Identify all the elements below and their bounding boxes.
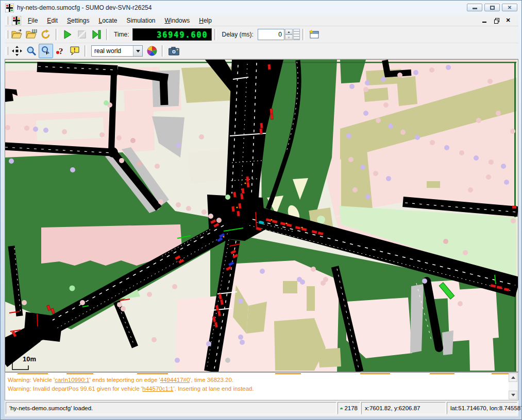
menu-settings[interactable]: Settings bbox=[62, 16, 94, 25]
step-button[interactable] bbox=[89, 27, 104, 42]
locate-button[interactable] bbox=[39, 44, 53, 58]
delay-spinner: 0 ▲ ▼ bbox=[258, 29, 300, 40]
mdi-minimize-button[interactable] bbox=[479, 16, 490, 25]
mdi-restore-icon bbox=[494, 18, 499, 23]
menu-windows[interactable]: Windows bbox=[160, 16, 195, 25]
cursor-latlon: lat:51.714670, lon:8.745587 bbox=[447, 402, 517, 414]
play-icon bbox=[63, 30, 72, 39]
magnifier-icon bbox=[26, 46, 37, 56]
toolbar-separator bbox=[214, 29, 216, 40]
open-network-button[interactable] bbox=[24, 27, 39, 42]
menu-help[interactable]: Help bbox=[194, 16, 216, 25]
toolbar-grip[interactable] bbox=[6, 47, 8, 55]
recenter-view-button[interactable] bbox=[10, 44, 24, 58]
mdi-restore-button[interactable] bbox=[491, 16, 501, 25]
close-icon: ✕ bbox=[508, 5, 512, 10]
edit-coloring-button[interactable] bbox=[145, 44, 159, 58]
open-folder-icon bbox=[11, 29, 23, 40]
mdi-minimize-icon bbox=[482, 22, 486, 23]
sumo-app-icon bbox=[5, 4, 14, 12]
open-config-button[interactable] bbox=[10, 27, 24, 42]
simulation-canvas[interactable]: 10m bbox=[5, 60, 518, 372]
stop-button[interactable] bbox=[75, 27, 89, 42]
clipped-message-line bbox=[7, 373, 517, 375]
vehicle-link[interactable]: h44570c1:1 bbox=[142, 386, 173, 392]
time-display: 36949.600 bbox=[132, 28, 212, 41]
toolbar-separator bbox=[106, 29, 108, 40]
menubar: File Edit Settings Locate Simulation Win… bbox=[5, 15, 518, 26]
minimize-button[interactable] bbox=[467, 4, 482, 11]
scroll-up-button[interactable] bbox=[509, 373, 517, 382]
toolbar-grip[interactable] bbox=[6, 30, 8, 39]
arrow-up-icon bbox=[511, 376, 515, 379]
maximize-icon bbox=[490, 6, 495, 10]
step-icon bbox=[92, 30, 101, 39]
simulation-view[interactable]: 10m bbox=[5, 59, 518, 372]
statusbar: 'hy-nets-demo.sumocfg' loaded. 2178 x:76… bbox=[5, 400, 518, 416]
zoom-button[interactable] bbox=[24, 44, 39, 58]
new-view-icon bbox=[309, 30, 319, 39]
sumo-child-icon bbox=[12, 16, 21, 25]
svg-text:?: ? bbox=[59, 46, 63, 56]
view-toolbar: ? ! real world bbox=[5, 43, 518, 59]
menu-locate[interactable]: Locate bbox=[94, 16, 122, 25]
mdi-close-icon: ✕ bbox=[506, 18, 510, 23]
cursor-xy: x:7601.82, y:6206.87 bbox=[361, 402, 446, 414]
message-log: Warning: Vehicle 'carIn10990:1' ends tel… bbox=[5, 372, 518, 400]
message-window-button[interactable]: ! bbox=[68, 44, 82, 58]
stop-icon-disabled bbox=[77, 30, 87, 39]
toolbar-grip[interactable] bbox=[6, 16, 8, 25]
vehicle-count: 2178 bbox=[344, 405, 358, 411]
menu-simulation[interactable]: Simulation bbox=[122, 16, 160, 25]
toolbar-separator bbox=[302, 29, 305, 40]
message-scrollbar[interactable] bbox=[509, 373, 517, 399]
warning-line: Warning: Vehicle 'carIn10990:1' ends tel… bbox=[8, 377, 233, 383]
new-view-button[interactable] bbox=[307, 27, 322, 42]
menu-file[interactable]: File bbox=[23, 16, 42, 25]
delay-down-button[interactable]: ▼ bbox=[285, 34, 293, 40]
chevron-down-icon bbox=[136, 50, 140, 52]
delay-label: Delay (ms): bbox=[222, 31, 254, 38]
maximize-button[interactable] bbox=[484, 4, 500, 11]
combo-dropdown-button[interactable] bbox=[133, 46, 142, 56]
locate-magnifier-cursor-icon bbox=[41, 46, 51, 56]
close-button[interactable]: ✕ bbox=[502, 4, 517, 11]
delay-up-button[interactable]: ▲ bbox=[285, 29, 293, 34]
minimize-icon bbox=[473, 8, 477, 9]
arrow-down-icon bbox=[511, 394, 515, 396]
vehicle-link[interactable]: carIn10990:1 bbox=[55, 377, 89, 383]
car-icon bbox=[340, 406, 343, 411]
coloring-scheme-value: real world bbox=[92, 47, 133, 55]
window-title: hy-nets-demo.sumocfg - SUMO dev-SVN-r262… bbox=[17, 4, 151, 11]
time-label: Time: bbox=[114, 31, 129, 38]
app-window: hy-nets-demo.sumocfg - SUMO dev-SVN-r262… bbox=[0, 0, 522, 420]
vehicle-count-panel: 2178 bbox=[338, 402, 360, 414]
toolbar-separator bbox=[162, 45, 164, 57]
svg-text:!: ! bbox=[74, 47, 75, 52]
color-wheel-icon bbox=[147, 46, 157, 56]
speech-bubble-icon: ! bbox=[70, 46, 80, 56]
scroll-down-button[interactable] bbox=[509, 391, 517, 399]
delay-input[interactable]: 0 bbox=[258, 29, 284, 40]
camera-icon bbox=[169, 47, 179, 56]
open-network-icon bbox=[26, 29, 37, 40]
coloring-scheme-select[interactable]: real world bbox=[91, 45, 143, 57]
scale-label: 10m bbox=[23, 355, 36, 363]
reload-button[interactable] bbox=[39, 27, 53, 42]
menu-edit[interactable]: Edit bbox=[42, 16, 62, 25]
warning-line: Warning: Invalid departPos 99.61 given f… bbox=[8, 386, 254, 392]
snapshot-button[interactable] bbox=[166, 44, 181, 58]
toolbar-separator bbox=[56, 29, 58, 40]
run-button[interactable] bbox=[60, 27, 75, 42]
question-mark-icon: ? bbox=[56, 46, 65, 56]
status-message: 'hy-nets-demo.sumocfg' loaded. bbox=[6, 402, 336, 414]
titlebar: hy-nets-demo.sumocfg - SUMO dev-SVN-r262… bbox=[1, 1, 521, 15]
delay-dial[interactable] bbox=[293, 29, 300, 40]
simulation-toolbar: Time: 36949.600 Delay (ms): 0 ▲ ▼ bbox=[5, 26, 518, 43]
help-tooltip-button[interactable]: ? bbox=[53, 44, 68, 58]
toolbar-separator bbox=[85, 45, 87, 57]
reload-icon bbox=[41, 29, 51, 40]
edge-link[interactable]: 4494417#0 bbox=[160, 377, 190, 383]
recenter-icon bbox=[12, 46, 22, 56]
mdi-close-button[interactable]: ✕ bbox=[503, 16, 513, 25]
